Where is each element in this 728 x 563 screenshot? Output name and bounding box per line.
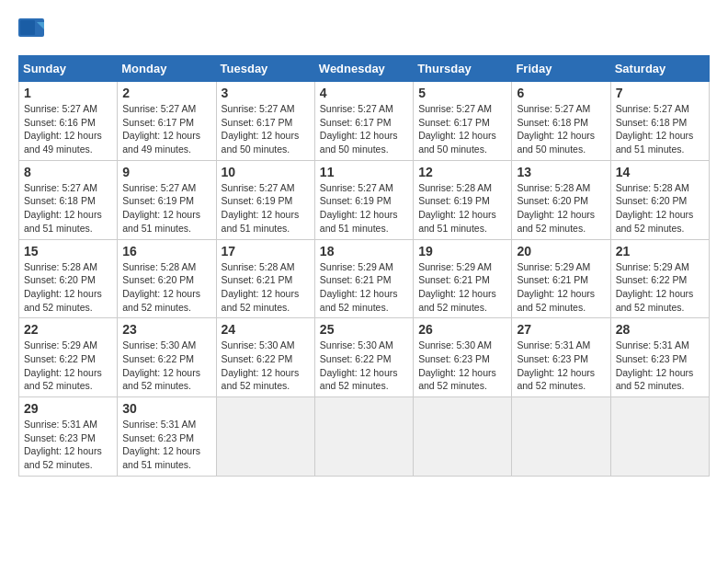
day-number: 29	[24, 401, 112, 416]
header-tuesday: Tuesday	[216, 56, 314, 82]
calendar-cell: 9Sunrise: 5:27 AMSunset: 6:19 PMDaylight…	[118, 160, 216, 239]
calendar-cell: 28Sunrise: 5:31 AMSunset: 6:23 PMDayligh…	[610, 318, 709, 397]
day-number: 12	[418, 165, 506, 179]
day-info: Sunrise: 5:27 AMSunset: 6:17 PMDaylight:…	[418, 102, 506, 156]
day-info: Sunrise: 5:30 AMSunset: 6:22 PMDaylight:…	[122, 339, 210, 393]
day-info: Sunrise: 5:28 AMSunset: 6:21 PMDaylight:…	[222, 260, 310, 315]
day-info: Sunrise: 5:29 AMSunset: 6:21 PMDaylight:…	[320, 260, 408, 315]
header-thursday: Thursday	[414, 56, 512, 82]
calendar-cell: 21Sunrise: 5:29 AMSunset: 6:22 PMDayligh…	[610, 239, 709, 318]
calendar-cell: 24Sunrise: 5:30 AMSunset: 6:22 PMDayligh…	[216, 318, 314, 397]
calendar-week-row: 22Sunrise: 5:29 AMSunset: 6:22 PMDayligh…	[19, 318, 710, 397]
day-info: Sunrise: 5:28 AMSunset: 6:20 PMDaylight:…	[517, 181, 605, 236]
header-sunday: Sunday	[19, 56, 118, 82]
calendar-cell: 26Sunrise: 5:30 AMSunset: 6:23 PMDayligh…	[414, 318, 512, 397]
header-friday: Friday	[512, 56, 610, 82]
day-number: 14	[616, 165, 704, 179]
calendar-cell: 17Sunrise: 5:28 AMSunset: 6:21 PMDayligh…	[216, 239, 314, 318]
calendar-cell: 22Sunrise: 5:29 AMSunset: 6:22 PMDayligh…	[19, 318, 118, 397]
calendar-cell: 18Sunrise: 5:29 AMSunset: 6:21 PMDayligh…	[314, 239, 413, 318]
calendar-cell: 2Sunrise: 5:27 AMSunset: 6:17 PMDaylight…	[118, 82, 216, 161]
calendar-week-row: 29Sunrise: 5:31 AMSunset: 6:23 PMDayligh…	[19, 397, 710, 477]
calendar-header-row: SundayMondayTuesdayWednesdayThursdayFrid…	[19, 56, 710, 82]
day-info: Sunrise: 5:31 AMSunset: 6:23 PMDaylight:…	[616, 339, 704, 393]
day-info: Sunrise: 5:31 AMSunset: 6:23 PMDaylight:…	[517, 339, 605, 393]
day-number: 3	[222, 86, 310, 100]
calendar-cell: 11Sunrise: 5:27 AMSunset: 6:19 PMDayligh…	[314, 160, 413, 239]
day-number: 24	[222, 322, 310, 337]
calendar-cell: 19Sunrise: 5:29 AMSunset: 6:21 PMDayligh…	[414, 239, 512, 318]
day-info: Sunrise: 5:30 AMSunset: 6:22 PMDaylight:…	[320, 339, 408, 393]
calendar-cell: 3Sunrise: 5:27 AMSunset: 6:17 PMDaylight…	[216, 82, 314, 161]
day-info: Sunrise: 5:28 AMSunset: 6:20 PMDaylight:…	[122, 260, 210, 315]
day-number: 30	[122, 401, 210, 416]
calendar-cell: 8Sunrise: 5:27 AMSunset: 6:18 PMDaylight…	[19, 160, 118, 239]
day-info: Sunrise: 5:27 AMSunset: 6:19 PMDaylight:…	[122, 181, 210, 236]
day-number: 7	[616, 86, 704, 100]
day-info: Sunrise: 5:27 AMSunset: 6:19 PMDaylight:…	[222, 181, 310, 236]
day-info: Sunrise: 5:27 AMSunset: 6:17 PMDaylight:…	[222, 102, 310, 156]
day-info: Sunrise: 5:29 AMSunset: 6:22 PMDaylight:…	[24, 339, 112, 393]
calendar-cell	[610, 397, 709, 477]
day-number: 25	[320, 322, 408, 337]
day-info: Sunrise: 5:29 AMSunset: 6:22 PMDaylight:…	[616, 260, 704, 315]
day-number: 19	[418, 244, 506, 259]
day-info: Sunrise: 5:27 AMSunset: 6:18 PMDaylight:…	[24, 181, 112, 236]
day-info: Sunrise: 5:31 AMSunset: 6:23 PMDaylight:…	[24, 418, 112, 472]
day-info: Sunrise: 5:28 AMSunset: 6:20 PMDaylight:…	[616, 181, 704, 236]
calendar-cell: 29Sunrise: 5:31 AMSunset: 6:23 PMDayligh…	[19, 397, 118, 477]
day-info: Sunrise: 5:27 AMSunset: 6:19 PMDaylight:…	[320, 181, 408, 236]
calendar-cell: 20Sunrise: 5:29 AMSunset: 6:21 PMDayligh…	[512, 239, 610, 318]
day-number: 23	[122, 322, 210, 337]
day-info: Sunrise: 5:29 AMSunset: 6:21 PMDaylight:…	[418, 260, 506, 315]
day-number: 27	[517, 322, 605, 337]
day-number: 6	[517, 86, 605, 100]
day-info: Sunrise: 5:30 AMSunset: 6:22 PMDaylight:…	[222, 339, 310, 393]
calendar-cell: 6Sunrise: 5:27 AMSunset: 6:18 PMDaylight…	[512, 82, 610, 161]
day-number: 21	[616, 244, 704, 259]
day-number: 22	[24, 322, 112, 337]
calendar-cell: 30Sunrise: 5:31 AMSunset: 6:23 PMDayligh…	[118, 397, 216, 477]
calendar-cell: 5Sunrise: 5:27 AMSunset: 6:17 PMDaylight…	[414, 82, 512, 161]
calendar-body: 1Sunrise: 5:27 AMSunset: 6:16 PMDaylight…	[19, 82, 710, 477]
logo	[18, 18, 50, 46]
day-info: Sunrise: 5:30 AMSunset: 6:23 PMDaylight:…	[418, 339, 506, 393]
day-info: Sunrise: 5:28 AMSunset: 6:19 PMDaylight:…	[418, 181, 506, 236]
calendar-cell	[216, 397, 314, 477]
calendar-cell: 7Sunrise: 5:27 AMSunset: 6:18 PMDaylight…	[610, 82, 709, 161]
calendar-cell: 1Sunrise: 5:27 AMSunset: 6:16 PMDaylight…	[19, 82, 118, 161]
header-saturday: Saturday	[610, 56, 709, 82]
calendar-cell: 13Sunrise: 5:28 AMSunset: 6:20 PMDayligh…	[512, 160, 610, 239]
day-number: 15	[24, 244, 112, 259]
calendar-cell: 27Sunrise: 5:31 AMSunset: 6:23 PMDayligh…	[512, 318, 610, 397]
day-info: Sunrise: 5:29 AMSunset: 6:21 PMDaylight:…	[517, 260, 605, 315]
logo-icon	[18, 18, 46, 46]
day-number: 8	[24, 165, 112, 179]
day-info: Sunrise: 5:28 AMSunset: 6:20 PMDaylight:…	[24, 260, 112, 315]
day-number: 26	[418, 322, 506, 337]
day-number: 13	[517, 165, 605, 179]
calendar-cell: 4Sunrise: 5:27 AMSunset: 6:17 PMDaylight…	[314, 82, 413, 161]
day-number: 5	[418, 86, 506, 100]
svg-rect-2	[20, 20, 35, 35]
calendar-week-row: 1Sunrise: 5:27 AMSunset: 6:16 PMDaylight…	[19, 82, 710, 161]
header-monday: Monday	[118, 56, 216, 82]
day-info: Sunrise: 5:27 AMSunset: 6:17 PMDaylight:…	[320, 102, 408, 156]
day-info: Sunrise: 5:27 AMSunset: 6:18 PMDaylight:…	[616, 102, 704, 156]
calendar-cell: 14Sunrise: 5:28 AMSunset: 6:20 PMDayligh…	[610, 160, 709, 239]
day-number: 11	[320, 165, 408, 179]
day-number: 20	[517, 244, 605, 259]
day-number: 16	[122, 244, 210, 259]
calendar-cell	[314, 397, 413, 477]
calendar-cell: 25Sunrise: 5:30 AMSunset: 6:22 PMDayligh…	[314, 318, 413, 397]
day-number: 17	[222, 244, 310, 259]
calendar-cell: 12Sunrise: 5:28 AMSunset: 6:19 PMDayligh…	[414, 160, 512, 239]
day-number: 1	[24, 86, 112, 100]
calendar-cell	[414, 397, 512, 477]
day-number: 10	[222, 165, 310, 179]
day-number: 18	[320, 244, 408, 259]
calendar-cell: 16Sunrise: 5:28 AMSunset: 6:20 PMDayligh…	[118, 239, 216, 318]
day-info: Sunrise: 5:27 AMSunset: 6:17 PMDaylight:…	[122, 102, 210, 156]
header-wednesday: Wednesday	[314, 56, 413, 82]
calendar-week-row: 15Sunrise: 5:28 AMSunset: 6:20 PMDayligh…	[19, 239, 710, 318]
